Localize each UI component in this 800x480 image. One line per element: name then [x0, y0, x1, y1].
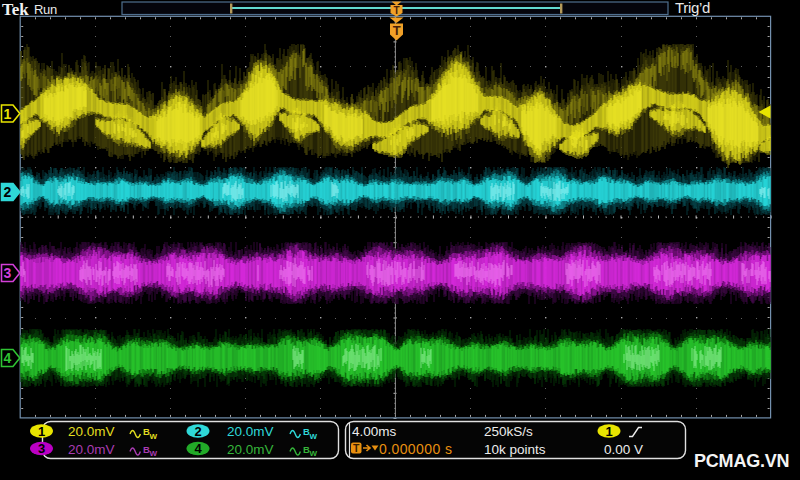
- svg-text:W: W: [310, 432, 318, 441]
- svg-text:W: W: [310, 449, 318, 458]
- svg-text:3: 3: [38, 441, 45, 456]
- svg-text:20.0mV: 20.0mV: [227, 424, 274, 439]
- svg-text:4: 4: [4, 350, 12, 366]
- svg-text:1: 1: [4, 106, 12, 122]
- svg-text:T: T: [393, 5, 399, 16]
- svg-text:Tek: Tek: [2, 0, 29, 19]
- svg-text:10k points: 10k points: [484, 442, 546, 457]
- svg-text:W: W: [150, 432, 158, 441]
- svg-text:Run: Run: [34, 2, 57, 17]
- svg-text:2: 2: [194, 424, 201, 439]
- svg-text:1: 1: [605, 424, 612, 439]
- svg-text:T: T: [393, 23, 401, 38]
- svg-text:4.00ms: 4.00ms: [352, 424, 397, 439]
- svg-text:250kS/s: 250kS/s: [484, 424, 533, 439]
- svg-text:0.000000 s: 0.000000 s: [379, 441, 452, 457]
- svg-text:3: 3: [4, 265, 12, 281]
- svg-text:T: T: [353, 442, 360, 454]
- svg-text:4: 4: [194, 441, 202, 456]
- svg-text:Trig’d: Trig’d: [675, 0, 710, 16]
- svg-text:0.00 V: 0.00 V: [604, 442, 643, 457]
- svg-text:2: 2: [4, 184, 12, 200]
- svg-text:PCMAG.VN: PCMAG.VN: [694, 451, 789, 471]
- svg-text:20.0mV: 20.0mV: [68, 442, 115, 457]
- svg-text:20.0mV: 20.0mV: [68, 424, 115, 439]
- svg-text:1: 1: [38, 424, 45, 439]
- svg-text:20.0mV: 20.0mV: [227, 442, 274, 457]
- svg-text:W: W: [150, 449, 158, 458]
